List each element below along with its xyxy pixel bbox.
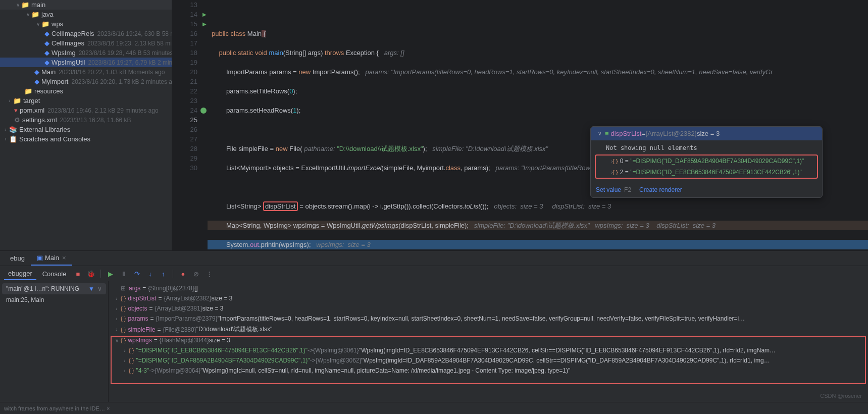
external-libraries[interactable]: ›📚External Libraries bbox=[0, 125, 172, 134]
file-main[interactable]: ◆Main2023/8/16 20:22, 1.03 kB Moments ag… bbox=[0, 67, 172, 77]
stop-icon[interactable]: ■ bbox=[72, 268, 83, 279]
file-settings[interactable]: ⚙settings.xml2023/3/13 16:28, 11.66 kB bbox=[0, 115, 172, 125]
file-label: CellImageRels bbox=[52, 30, 94, 37]
mute-icon[interactable]: ⊘ bbox=[190, 268, 201, 279]
folder-label: java bbox=[41, 11, 54, 18]
status-bar: witch frames from anywhere in the IDE… × bbox=[0, 402, 868, 414]
var-args[interactable]: ⊞args={String[0]@2378} [] bbox=[109, 283, 868, 293]
variables-panel: ⊞args={String[0]@2378} [] ›{ }dispStrLis… bbox=[109, 281, 868, 402]
stack-frame[interactable]: main:25, Main bbox=[2, 294, 106, 305]
debugger-subtab[interactable]: ebugger bbox=[4, 268, 36, 280]
debug-tab[interactable]: ebug bbox=[4, 251, 31, 265]
folder-target[interactable]: ›📁target bbox=[0, 96, 172, 106]
step-out-icon[interactable]: ↑ bbox=[158, 268, 169, 279]
gutter: 13 14▶ 15▶ 16 17 18 19 20 21 22 23 24 25… bbox=[172, 0, 208, 173]
frames-panel: "main"@1 i…n": RUNNING ▼ ∨ main:25, Main bbox=[0, 281, 109, 402]
debug-toolbar: ebugger Console ■ 🐞 ▶ ⏸ ↷ ↓ ↑ ● ⊘ ⋮ bbox=[0, 266, 868, 281]
close-icon[interactable]: × bbox=[62, 254, 66, 262]
var-wpsimgs-entry-3[interactable]: ›{ }"4-3" -> {WpsImg@3064} "WpsImg(imgId… bbox=[109, 366, 868, 376]
file-cellimagerels[interactable]: ◆CellImageRels2023/8/16 19:24, 630 B 58 … bbox=[0, 29, 172, 38]
step-into-icon[interactable]: ↓ bbox=[144, 268, 156, 279]
debug-tabs: ebug ▣Main× bbox=[0, 251, 868, 266]
file-meta: 2023/8/16 19:46, 2.12 kB 29 minutes ago bbox=[47, 107, 159, 114]
file-meta: 2023/8/16 20:20, 1.73 kB 2 minutes a bbox=[71, 78, 172, 85]
scratches[interactable]: ›📋Scratches and Consoles bbox=[0, 134, 172, 144]
evaluate-icon[interactable]: ● bbox=[177, 268, 188, 279]
file-meta: 2023/8/16 19:28, 446 B 53 minutes bbox=[79, 49, 172, 57]
popup-var-name: dispStrList bbox=[611, 130, 642, 137]
filter-icon[interactable]: ▼ bbox=[88, 285, 94, 292]
file-meta: 2023/3/13 16:28, 11.66 kB bbox=[60, 117, 131, 124]
project-tree[interactable]: ∨📁main ∨📁java ∨📁wps ◆CellImageRels2023/8… bbox=[0, 0, 172, 250]
folder-label: resources bbox=[34, 87, 63, 95]
folder-label: Scratches and Consoles bbox=[19, 135, 90, 143]
file-pom[interactable]: ▾pom.xml2023/8/16 19:46, 2.12 kB 29 minu… bbox=[0, 106, 172, 115]
folder-label: External Libraries bbox=[19, 126, 70, 133]
create-renderer-link[interactable]: Create renderer bbox=[639, 186, 682, 193]
file-label: Myimport bbox=[41, 78, 68, 85]
file-label: WpsImgUtil bbox=[52, 59, 85, 66]
code-editor[interactable]: 13 14▶ 15▶ 16 17 18 19 20 21 22 23 24 25… bbox=[172, 0, 868, 250]
set-value-link[interactable]: Set value bbox=[596, 186, 621, 193]
chevron-down-icon[interactable]: ∨ bbox=[97, 285, 102, 292]
var-wpsimgs-entry-2[interactable]: ›{ }"=DISPIMG("ID_DAF859A2B4904BF7A304D4… bbox=[109, 355, 868, 366]
file-label: pom.xml bbox=[20, 107, 44, 114]
var-params[interactable]: ›{ }params={ImportParams@2379} "ImportPa… bbox=[109, 314, 868, 324]
file-meta: 2023/8/16 19:23, 2.13 kB 58 min bbox=[87, 40, 172, 47]
popup-header: ∨ ≡ dispStrList = {ArrayList@2382} size … bbox=[591, 127, 822, 140]
resume-icon[interactable]: ▶ bbox=[105, 268, 116, 279]
var-objects[interactable]: ›{ }objects={ArrayList@2381} size = 3 bbox=[109, 303, 868, 314]
status-text[interactable]: witch frames from anywhere in the IDE… × bbox=[4, 405, 110, 411]
file-cellimages[interactable]: ◆CellImages2023/8/16 19:23, 2.13 kB 58 m… bbox=[0, 38, 172, 48]
file-myimport[interactable]: ◆Myimport2023/8/16 20:20, 1.73 kB 2 minu… bbox=[0, 77, 172, 86]
popup-highlight-box: ›{ }0 = "=DISPIMG("ID_DAF859A2B4904BF7A3… bbox=[595, 154, 818, 179]
debug-panel: ebug ▣Main× ebugger Console ■ 🐞 ▶ ⏸ ↷ ↓ … bbox=[0, 250, 868, 402]
var-simplefile[interactable]: ›{ }simpleFile={File@2380} "D:\download\… bbox=[109, 324, 868, 335]
file-label: CellImages bbox=[52, 39, 84, 47]
breakpoint-icon[interactable] bbox=[200, 108, 207, 114]
popup-item-0[interactable]: ›{ }0 = "=DISPIMG("ID_DAF859A2B4904BF7A3… bbox=[596, 156, 817, 167]
folder-resources[interactable]: 📁resources bbox=[0, 86, 172, 96]
file-wpsimgutil[interactable]: ◆WpsImgUtil2023/8/16 19:27, 6.79 kB 2 mi… bbox=[0, 58, 172, 67]
run-icon[interactable]: ▶ bbox=[202, 12, 207, 17]
run-icon[interactable]: ▶ bbox=[202, 21, 207, 27]
var-wpsimgs-entry-1[interactable]: ›{ }"=DISPIMG("ID_EE8CB653846F475094EF91… bbox=[109, 345, 868, 355]
file-label: Main bbox=[41, 68, 56, 76]
highlighted-variable: dispStrList bbox=[263, 201, 298, 211]
console-subtab[interactable]: Console bbox=[38, 268, 71, 280]
folder-label: wps bbox=[52, 20, 63, 28]
bug-icon[interactable]: 🐞 bbox=[85, 268, 96, 279]
file-wpsimg[interactable]: ◆WpsImg2023/8/16 19:28, 446 B 53 minutes bbox=[0, 48, 172, 58]
folder-main[interactable]: ∨📁main bbox=[0, 0, 172, 10]
file-label: settings.xml bbox=[22, 116, 57, 124]
watermark: CSDN @rosener bbox=[820, 393, 862, 399]
folder-label: target bbox=[23, 97, 40, 105]
main-tab[interactable]: ▣Main× bbox=[31, 251, 72, 266]
var-wpsimgs[interactable]: ∨{ }wpsImgs={HashMap@3044} size = 3 bbox=[109, 335, 868, 345]
folder-label: main bbox=[31, 1, 45, 9]
thread-selector[interactable]: "main"@1 i…n": RUNNING ▼ ∨ bbox=[2, 283, 106, 294]
more-icon[interactable]: ⋮ bbox=[203, 268, 215, 279]
f2-hint: F2 bbox=[624, 186, 631, 193]
file-meta: 2023/8/16 19:27, 6.79 kB 2 minu bbox=[88, 59, 172, 66]
pause-icon[interactable]: ⏸ bbox=[118, 268, 129, 279]
folder-wps[interactable]: ∨📁wps bbox=[0, 19, 172, 29]
debug-popup[interactable]: ∨ ≡ dispStrList = {ArrayList@2382} size … bbox=[590, 126, 823, 198]
step-over-icon[interactable]: ↷ bbox=[131, 268, 142, 279]
file-meta: 2023/8/16 19:24, 630 B 58 min bbox=[97, 30, 172, 37]
popup-not-showing: Not showing null elements bbox=[591, 142, 822, 153]
file-label: WpsImg bbox=[52, 49, 76, 57]
code-content[interactable]: public class Main { public static void m… bbox=[208, 0, 868, 250]
file-meta: 2023/8/16 20:22, 1.03 kB Moments ago bbox=[59, 69, 165, 76]
popup-item-2[interactable]: ›{ }2 = "=DISPIMG("ID_EE8CB653846F475094… bbox=[596, 167, 817, 178]
var-dispstrlist[interactable]: ›{ }dispStrList={ArrayList@2382} size = … bbox=[109, 293, 868, 303]
folder-java[interactable]: ∨📁java bbox=[0, 10, 172, 19]
